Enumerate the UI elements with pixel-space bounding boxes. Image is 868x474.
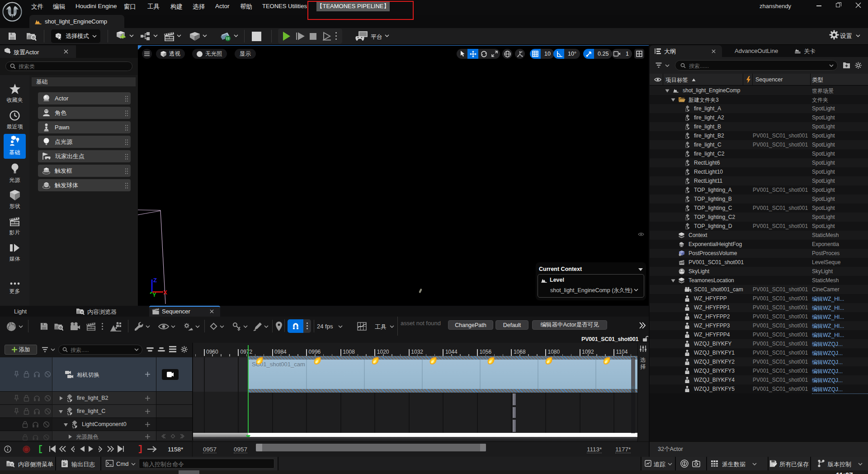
svg-text:Z: Z — [153, 277, 157, 284]
svg-text:X: X — [163, 289, 167, 296]
svg-text:Y: Y — [152, 291, 156, 298]
